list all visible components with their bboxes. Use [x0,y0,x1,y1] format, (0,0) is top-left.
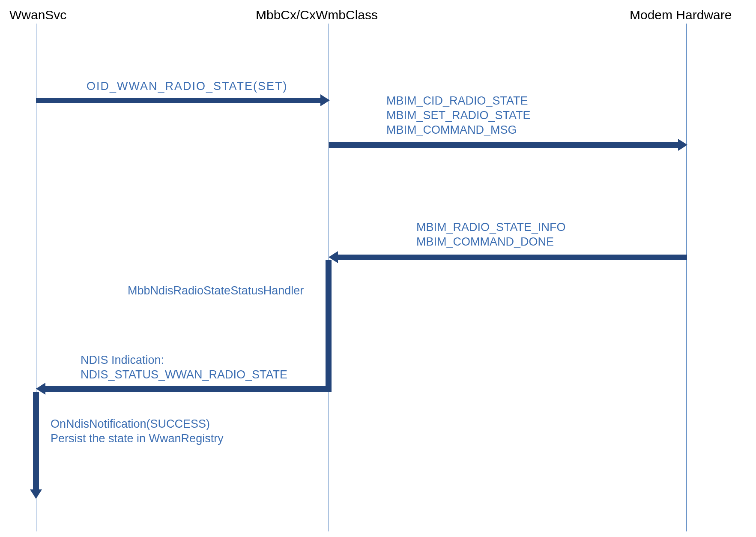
label-mbim-command-msg: MBIM_CID_RADIO_STATE MBIM_SET_RADIO_STAT… [386,94,531,137]
participant-mbbcx: MbbCx/CxWmbClass [256,8,378,22]
activation-mbbcx [326,260,332,386]
sequence-diagram: WwanSvc MbbCx/CxWmbClass Modem Hardware … [0,0,756,537]
arrow-ndis-indication [45,386,332,392]
label-oid-wwan-radio-state: OID_WWAN_RADIO_STATE(SET) [87,79,288,94]
arrowhead-oid-wwan-radio-state [320,94,330,106]
arrowhead-onndisnotification [30,489,42,499]
activation-wwansvc [33,392,39,489]
arrowhead-mbim-command-msg [678,139,687,151]
label-onndisnotification: OnNdisNotification(SUCCESS) Persist the … [51,417,224,446]
arrow-oid-wwan-radio-state [36,98,320,103]
participant-wwansvc: WwanSvc [9,8,66,22]
lifeline-modem-hardware [686,24,687,531]
label-mbim-command-done: MBIM_RADIO_STATE_INFO MBIM_COMMAND_DONE [416,220,566,249]
label-ndis-indication: NDIS Indication: NDIS_STATUS_WWAN_RADIO_… [81,353,287,382]
label-mbbndisradiostatestatushandler: MbbNdisRadioStateStatusHandler [128,284,304,298]
arrow-mbim-command-msg [329,142,678,148]
arrow-mbim-command-done [338,255,687,260]
participant-modem-hardware: Modem Hardware [630,8,732,22]
